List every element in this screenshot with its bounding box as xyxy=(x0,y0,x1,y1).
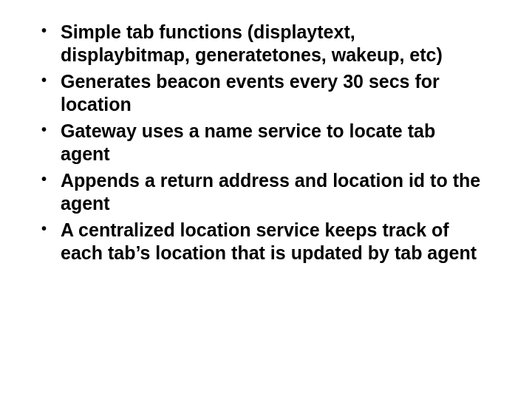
list-item: A centralized location service keeps tra… xyxy=(35,219,488,264)
list-item: Generates beacon events every 30 secs fo… xyxy=(35,70,488,115)
bullet-list: Simple tab functions (displaytext, displ… xyxy=(35,21,488,264)
slide: Simple tab functions (displaytext, displ… xyxy=(0,0,532,399)
list-item: Gateway uses a name service to locate ta… xyxy=(35,120,488,165)
list-item: Simple tab functions (displaytext, displ… xyxy=(35,21,488,66)
list-item: Appends a return address and location id… xyxy=(35,169,488,214)
